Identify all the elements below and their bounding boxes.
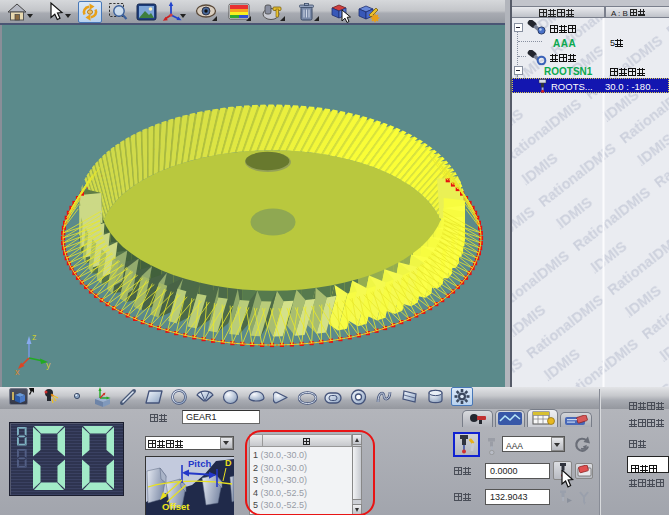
svg-text:x: x (15, 367, 20, 377)
svg-text:Offset: Offset (162, 501, 190, 512)
svg-text:z: z (32, 332, 37, 342)
svg-text:D: D (225, 458, 232, 468)
svg-text:y: y (46, 360, 51, 370)
svg-text:Pitch: Pitch (188, 458, 211, 469)
